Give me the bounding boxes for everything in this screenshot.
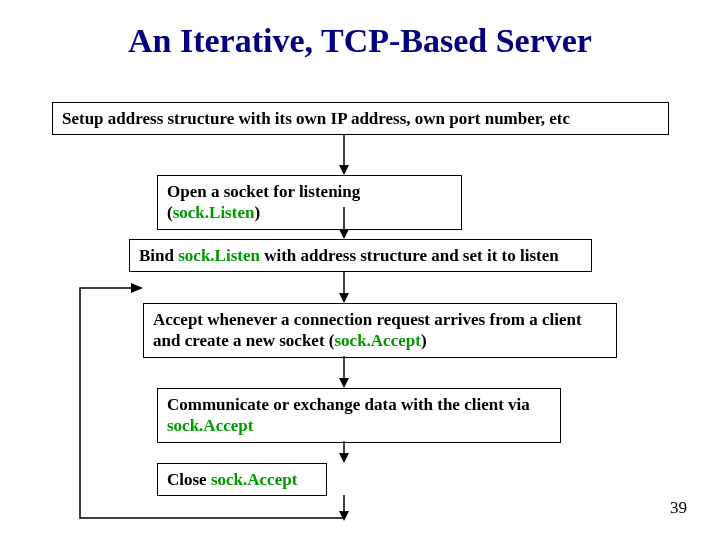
step-bind-box: Bind sock.Listen with address structure …	[129, 239, 592, 272]
step-accept-post: )	[421, 331, 427, 350]
svg-marker-3	[339, 229, 349, 239]
step-open-kw: sock.Listen	[173, 203, 255, 222]
step-bind-kw: sock.Listen	[178, 246, 260, 265]
step-open-box: Open a socket for listening (sock.Listen…	[157, 175, 462, 230]
svg-marker-12	[131, 283, 143, 293]
arrow-1	[337, 134, 351, 175]
loop-connector	[68, 282, 358, 522]
step-setup-text: Setup address structure with its own IP …	[62, 109, 570, 128]
slide-title: An Iterative, TCP-Based Server	[0, 22, 720, 60]
step-bind-post: with address structure and set it to lis…	[260, 246, 559, 265]
step-bind-pre: Bind	[139, 246, 178, 265]
step-open-post: )	[254, 203, 260, 222]
arrow-2	[337, 207, 351, 239]
step-setup-box: Setup address structure with its own IP …	[52, 102, 669, 135]
svg-marker-1	[339, 165, 349, 175]
page-number: 39	[670, 498, 687, 518]
